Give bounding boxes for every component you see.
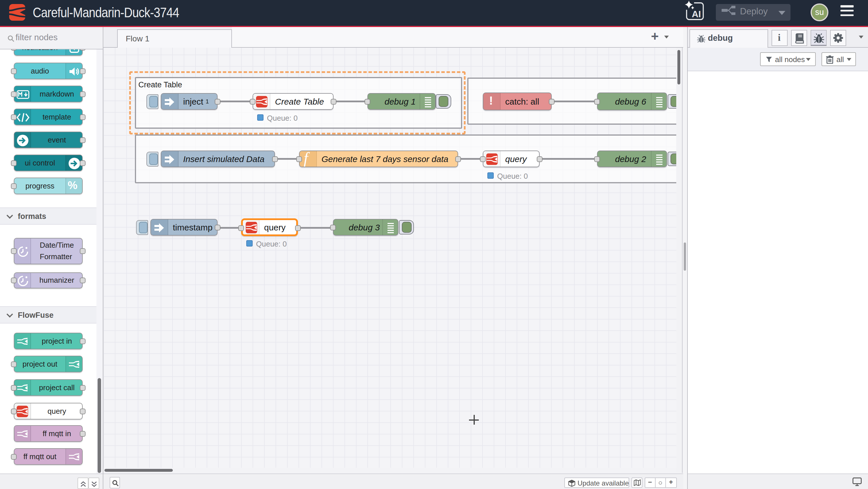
svg-text:AI: AI <box>692 9 701 19</box>
